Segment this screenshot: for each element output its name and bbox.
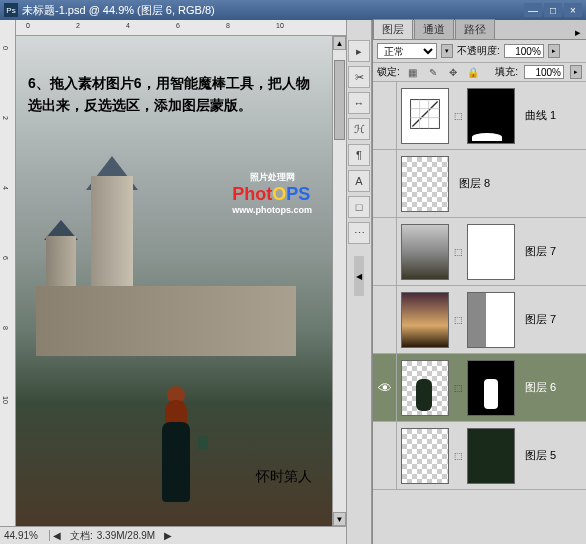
status-bar: 44.91% ◀ 文档: 3.39M/28.9M ▶ <box>0 526 346 544</box>
link-icon[interactable]: ⬚ <box>453 111 463 121</box>
visibility-toggle[interactable] <box>373 82 397 149</box>
document-title-bar: Ps 未标题-1.psd @ 44.9% (图层 6, RGB/8) — □ × <box>0 0 586 20</box>
instruction-text: 6、拖入素材图片6，用智能魔棒工具，把人物选出来，反选选区，添加图层蒙版。 <box>28 72 320 117</box>
maximize-button[interactable]: □ <box>544 3 562 17</box>
visibility-toggle[interactable] <box>373 422 397 489</box>
layer-name[interactable]: 图层 6 <box>519 380 556 395</box>
document-title: 未标题-1.psd @ 44.9% (图层 6, RGB/8) <box>22 3 215 18</box>
layer-thumb[interactable] <box>401 292 449 348</box>
link-icon[interactable]: ⬚ <box>453 383 463 393</box>
layer-row-selected[interactable]: 👁 ⬚ 图层 6 <box>373 354 586 422</box>
layer-row[interactable]: ⬚ 图层 7 <box>373 218 586 286</box>
minimize-button[interactable]: — <box>524 3 542 17</box>
tab-channels[interactable]: 通道 <box>414 19 454 39</box>
layer-name[interactable]: 图层 8 <box>453 176 490 191</box>
layer-name[interactable]: 图层 5 <box>519 448 556 463</box>
canvas-content: 6、拖入素材图片6，用智能魔棒工具，把人物选出来，反选选区，添加图层蒙版。 照片… <box>16 36 332 526</box>
fill-arrow-icon[interactable]: ▸ <box>570 65 582 79</box>
link-icon[interactable]: ⬚ <box>453 451 463 461</box>
collapse-strip-icon[interactable]: ◀ <box>354 256 364 296</box>
opacity-field[interactable]: 100% <box>504 44 544 58</box>
layer-row[interactable]: ⬚ 图层 5 <box>373 422 586 490</box>
scroll-down-button[interactable]: ▼ <box>333 512 346 526</box>
layers-list[interactable]: ⬚ 曲线 1 图层 8 ⬚ 图层 <box>373 82 586 544</box>
close-button[interactable]: × <box>564 3 582 17</box>
status-menu-icon[interactable]: ▶ <box>161 529 175 543</box>
link-icon[interactable]: ⬚ <box>453 315 463 325</box>
layer-thumb[interactable] <box>401 224 449 280</box>
tool-more-icon[interactable]: ⋯ <box>348 222 370 244</box>
lock-label: 锁定: <box>377 65 400 79</box>
ps-icon: Ps <box>4 3 18 17</box>
layer-name[interactable]: 图层 7 <box>519 312 556 327</box>
tool-arrange-icon[interactable]: ▸ <box>348 40 370 62</box>
scroll-up-button[interactable]: ▲ <box>333 36 346 50</box>
castle-image <box>36 176 216 376</box>
vertical-scrollbar[interactable]: ▲ ▼ <box>332 36 346 526</box>
doc-size-value: 3.39M/28.9M <box>97 530 155 541</box>
tool-paragraph-icon[interactable]: ¶ <box>348 144 370 166</box>
photops-logo: 照片处理网 PhotOPS www.photops.com <box>232 171 312 215</box>
layer-row[interactable]: ⬚ 曲线 1 <box>373 82 586 150</box>
layer-name[interactable]: 图层 7 <box>519 244 556 259</box>
visibility-toggle[interactable] <box>373 286 397 353</box>
mask-thumb[interactable] <box>467 428 515 484</box>
opacity-label: 不透明度: <box>457 44 500 58</box>
mask-thumb[interactable] <box>467 88 515 144</box>
visibility-toggle[interactable] <box>373 218 397 285</box>
fill-field[interactable]: 100% <box>524 65 564 79</box>
link-icon[interactable]: ⬚ <box>453 247 463 257</box>
layer-row[interactable]: ⬚ 图层 7 <box>373 286 586 354</box>
zoom-field[interactable]: 44.91% <box>0 530 50 541</box>
lock-all-icon[interactable]: 🔒 <box>466 65 480 79</box>
layer-thumb[interactable] <box>401 156 449 212</box>
artist-signature: 怀时第人 <box>256 468 312 486</box>
lock-transparent-icon[interactable]: ▦ <box>406 65 420 79</box>
tool-measure-icon[interactable]: ↔ <box>348 92 370 114</box>
person-figure <box>156 386 196 506</box>
tool-history-icon[interactable]: ℋ <box>348 118 370 140</box>
document-area: 0246810 0246810 6、拖入素材图片6，用智能魔棒工具，把人物选出来… <box>0 20 346 544</box>
layer-name[interactable]: 曲线 1 <box>519 108 556 123</box>
layer-thumb[interactable] <box>401 360 449 416</box>
mask-thumb[interactable] <box>467 360 515 416</box>
mask-thumb[interactable] <box>467 292 515 348</box>
visibility-toggle[interactable]: 👁 <box>373 354 397 421</box>
tool-shape-icon[interactable]: □ <box>348 196 370 218</box>
ruler-horizontal[interactable]: 0246810 <box>0 20 346 36</box>
tab-paths[interactable]: 路径 <box>455 19 495 39</box>
panel-menu-icon[interactable]: ▸ <box>570 26 586 39</box>
tool-crop-icon[interactable]: ✂ <box>348 66 370 88</box>
status-prev-icon[interactable]: ◀ <box>50 529 64 543</box>
layers-panel: 图层 通道 路径 ▸ 正常 ▾ 不透明度: 100% ▸ 锁定: ▦ ✎ ✥ 🔒… <box>372 20 586 544</box>
mask-thumb[interactable] <box>467 224 515 280</box>
visibility-toggle[interactable] <box>373 150 397 217</box>
adjustment-thumb[interactable] <box>401 88 449 144</box>
layer-row[interactable]: 图层 8 <box>373 150 586 218</box>
side-tool-strip: ▸ ✂ ↔ ℋ ¶ A □ ⋯ ◀ <box>346 20 372 544</box>
canvas-viewport[interactable]: 6、拖入素材图片6，用智能魔棒工具，把人物选出来，反选选区，添加图层蒙版。 照片… <box>16 36 332 526</box>
curves-icon <box>407 96 443 136</box>
fill-label: 填充: <box>495 65 518 79</box>
tool-character-icon[interactable]: A <box>348 170 370 192</box>
scroll-thumb[interactable] <box>334 60 345 140</box>
opacity-arrow-icon[interactable]: ▸ <box>548 44 560 58</box>
tab-layers[interactable]: 图层 <box>373 19 413 39</box>
layer-thumb[interactable] <box>401 428 449 484</box>
lock-pixels-icon[interactable]: ✎ <box>426 65 440 79</box>
blend-mode-select[interactable]: 正常 <box>377 43 437 59</box>
doc-size-label: 文档: <box>70 529 93 543</box>
ruler-vertical[interactable]: 0246810 <box>0 36 16 526</box>
lantern-icon <box>198 436 208 450</box>
blend-arrow-icon[interactable]: ▾ <box>441 44 453 58</box>
lock-position-icon[interactable]: ✥ <box>446 65 460 79</box>
